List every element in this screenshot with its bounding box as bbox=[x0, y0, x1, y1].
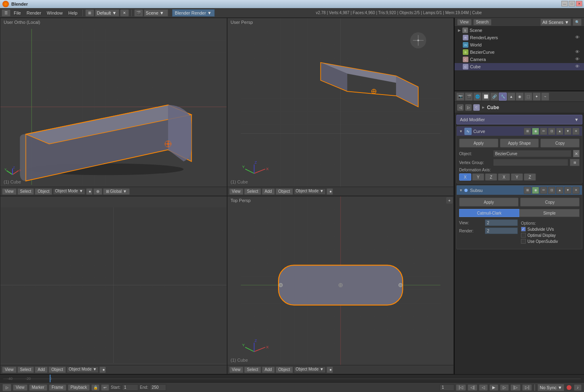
prop-material[interactable]: ◉ bbox=[516, 93, 524, 101]
vt-select[interactable]: Select bbox=[17, 188, 34, 195]
vt-object[interactable]: Object bbox=[35, 188, 52, 195]
use-opensubdiv-checkbox[interactable] bbox=[521, 239, 526, 244]
outliner-scope[interactable]: All Scenes ▼ bbox=[540, 19, 571, 26]
end-frame-input[interactable]: 250 bbox=[150, 384, 166, 391]
nav-fwd-btn[interactable]: ▷ bbox=[465, 104, 472, 111]
subsurf-render-icon[interactable]: ⊞ bbox=[524, 187, 531, 194]
bb-frame[interactable]: Frame bbox=[49, 384, 66, 391]
timeline-cursor[interactable] bbox=[50, 375, 51, 382]
minimize-button[interactable]: — bbox=[561, 1, 568, 6]
menu-render[interactable]: Render bbox=[24, 10, 44, 16]
vt-sphere[interactable]: ● bbox=[86, 188, 93, 195]
viewport-bottom-right[interactable]: X Y Z Top Persp (1) Cube + View Select A… bbox=[227, 196, 454, 374]
vt-mode-br[interactable]: Object Mode ▼ bbox=[294, 367, 326, 373]
vt-object-tr[interactable]: Object bbox=[276, 188, 293, 195]
play-start-btn[interactable]: |◁ bbox=[456, 384, 466, 391]
prop-physics[interactable]: ~ bbox=[541, 93, 549, 101]
curve-render-icon[interactable]: ⊞ bbox=[524, 128, 531, 135]
curve-up-btn[interactable]: ▲ bbox=[556, 128, 563, 135]
next-frame-btn[interactable]: ▷ bbox=[500, 384, 509, 391]
simple-tab[interactable]: Simple bbox=[519, 209, 580, 217]
vt-view-tr[interactable]: View bbox=[229, 188, 244, 195]
outliner-search-btn[interactable]: Search bbox=[473, 19, 492, 25]
workspace-icon[interactable]: ⊞ bbox=[85, 9, 94, 17]
curve-vg-value[interactable] bbox=[493, 159, 568, 166]
catmull-clark-tab[interactable]: Catmull-Clark bbox=[459, 209, 519, 217]
play-end-btn[interactable]: ▷| bbox=[522, 384, 532, 391]
vt-view-br[interactable]: View bbox=[229, 367, 244, 373]
axis-z-neg[interactable]: Z bbox=[524, 173, 536, 181]
curve-collapse-btn[interactable]: ▼ bbox=[459, 129, 463, 133]
axis-z-pos[interactable]: Z bbox=[485, 173, 497, 181]
curve-delete-btn[interactable]: ✕ bbox=[572, 128, 580, 135]
workspace-selector[interactable]: Default ▼ bbox=[95, 9, 119, 17]
outliner-view-btn[interactable]: View bbox=[457, 19, 472, 25]
viewport-corner-btn-br[interactable]: + bbox=[446, 197, 453, 204]
vt-transform[interactable]: ⊞ Global ▼ bbox=[103, 188, 130, 195]
bb-playback[interactable]: Playback bbox=[68, 384, 90, 391]
nav-back-btn[interactable]: ◁ bbox=[457, 104, 464, 111]
vt-add-bl[interactable]: Add bbox=[35, 367, 48, 373]
render-engine-selector[interactable]: Blender Render ▼ bbox=[172, 9, 215, 17]
vt-globe[interactable]: ⊕ bbox=[93, 188, 102, 195]
vt-view-bl[interactable]: View bbox=[2, 367, 17, 373]
scene-icon[interactable]: 🎬 bbox=[134, 9, 143, 17]
curve-apply-shape-btn[interactable]: Apply Shape bbox=[500, 139, 539, 148]
vt-mode-tr[interactable]: Object Mode ▼ bbox=[294, 188, 326, 195]
prop-world[interactable]: 🌐 bbox=[473, 93, 481, 101]
vt-select-tr[interactable]: Select bbox=[244, 188, 261, 195]
curve-copy-btn[interactable]: Copy bbox=[540, 139, 580, 148]
camera-visibility[interactable]: 👁 bbox=[575, 57, 581, 62]
vt-sphere-br[interactable]: ● bbox=[327, 367, 333, 373]
subsurf-viewport-icon[interactable]: ◉ bbox=[532, 187, 539, 194]
bb-marker[interactable]: Marker bbox=[29, 384, 47, 391]
vt-select-bl[interactable]: Select bbox=[17, 367, 34, 373]
prev-frame-btn[interactable]: ◁ bbox=[479, 384, 488, 391]
menu-help[interactable]: Help bbox=[66, 10, 80, 16]
axis-y-neg[interactable]: Y bbox=[511, 173, 523, 181]
prop-modifier[interactable]: 🔧 bbox=[499, 93, 507, 101]
viewport-top-left[interactable]: User Ortho (Local) (1) Cube X Y Z View S… bbox=[0, 18, 227, 196]
curve-vg-search[interactable]: ⊞ bbox=[570, 159, 580, 166]
prop-scene[interactable]: 🎬 bbox=[465, 93, 473, 101]
vt-view[interactable]: View bbox=[2, 188, 17, 195]
prop-constraints[interactable]: 🔗 bbox=[490, 93, 498, 101]
playback-icon[interactable]: ▷ bbox=[2, 384, 11, 391]
prop-render[interactable]: 📷 bbox=[456, 93, 464, 101]
subdivide-uvs-checkbox[interactable]: ✓ bbox=[521, 227, 526, 232]
prop-particles[interactable]: ✦ bbox=[533, 93, 541, 101]
outliner-item-bezier[interactable]: B BezierCurve 👁 bbox=[455, 48, 584, 56]
bezier-visibility[interactable]: 👁 bbox=[575, 49, 581, 55]
vt-sphere-bl[interactable]: ● bbox=[99, 367, 106, 373]
vt-select-br[interactable]: Select bbox=[244, 367, 261, 373]
outliner-search-icon[interactable]: 🔍 bbox=[573, 19, 582, 26]
curve-viewport-icon[interactable]: ◉ bbox=[532, 128, 539, 135]
vt-mode[interactable]: Object Mode ▼ bbox=[53, 188, 85, 195]
prev-keyframe-btn[interactable]: ◁| bbox=[468, 384, 478, 391]
renderlayers-visibility[interactable]: 👁 bbox=[575, 35, 581, 40]
curve-object-clear[interactable]: ✕ bbox=[573, 150, 580, 157]
subsurf-up-btn[interactable]: ▲ bbox=[556, 187, 563, 194]
prop-data[interactable]: ▲ bbox=[507, 93, 515, 101]
cube-visibility[interactable]: 👁 bbox=[575, 64, 581, 70]
vt-object-br[interactable]: Object bbox=[276, 367, 293, 373]
axis-y-pos[interactable]: Y bbox=[472, 173, 484, 181]
axis-x-pos[interactable]: X bbox=[459, 173, 471, 181]
outliner-item-cube[interactable]: C Cube 👁 bbox=[455, 63, 584, 70]
playback-loop-btn[interactable]: ↩ bbox=[101, 384, 109, 391]
start-frame-input[interactable]: 1 bbox=[122, 384, 138, 391]
prop-texture[interactable]: ⬚ bbox=[524, 93, 532, 101]
timeline-track[interactable]: -40 -20 0 bbox=[3, 375, 581, 382]
viewport-top-right[interactable]: X Y Z User Persp (1) Cube View bbox=[227, 18, 454, 196]
prop-object[interactable]: ⬜ bbox=[482, 93, 490, 101]
vt-object-bl[interactable]: Object bbox=[48, 367, 66, 373]
sync-mode-selector[interactable]: No Sync ▼ bbox=[538, 384, 564, 391]
play-btn[interactable]: ▶ bbox=[489, 384, 498, 391]
subsurf-collapse-btn[interactable]: ▼ bbox=[459, 188, 463, 192]
render-value[interactable]: 2 bbox=[485, 228, 518, 234]
viewport-bottom-left[interactable]: View Select Add Object Object Mode ▼ ● bbox=[0, 196, 227, 374]
vt-add-tr[interactable]: Add bbox=[262, 188, 275, 195]
outliner-item-renderlayers[interactable]: R RenderLayers 👁 bbox=[455, 34, 584, 41]
axis-x-neg[interactable]: X bbox=[498, 173, 510, 181]
vt-add-br[interactable]: Add bbox=[262, 367, 275, 373]
